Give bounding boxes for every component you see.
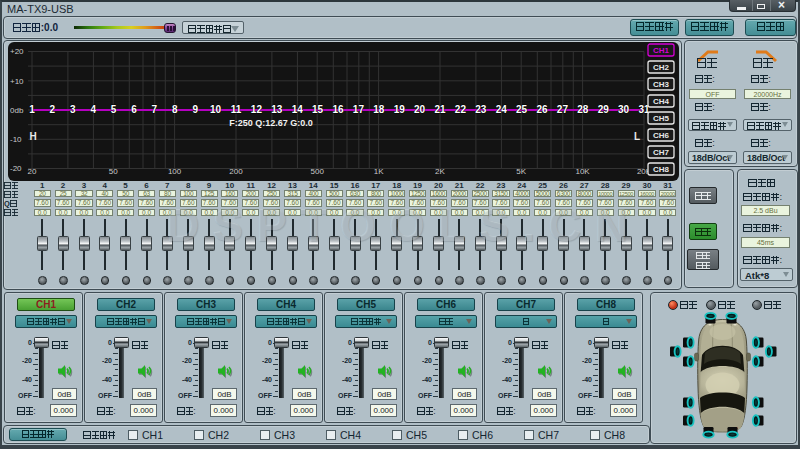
svg-text:9: 9 [192,104,198,115]
svg-text:-20: -20 [10,164,22,173]
svg-text:18: 18 [373,104,385,115]
svg-text:500: 500 [311,167,325,176]
svg-text:28: 28 [577,104,589,115]
svg-text:20: 20 [28,167,37,176]
svg-text:10: 10 [210,104,222,115]
svg-text:22: 22 [455,104,467,115]
svg-text:+10: +10 [10,77,24,86]
svg-text:15: 15 [312,104,324,115]
svg-text:H: H [29,131,36,142]
svg-text:1K: 1K [374,167,384,176]
svg-text:F:250 Q:12.67 G:0.0: F:250 Q:12.67 G:0.0 [229,118,313,128]
svg-text:0db: 0db [10,106,24,115]
svg-text:10K: 10K [575,167,590,176]
svg-text:2: 2 [50,104,56,115]
svg-text:5K: 5K [516,167,526,176]
svg-text:6: 6 [131,104,137,115]
svg-text:20: 20 [414,104,426,115]
svg-text:4: 4 [90,104,96,115]
svg-text:CH6: CH6 [653,131,670,140]
svg-text:CH4: CH4 [653,97,670,106]
svg-text:17: 17 [353,104,365,115]
svg-text:29: 29 [598,104,610,115]
svg-text:27: 27 [557,104,569,115]
svg-text:200: 200 [229,167,243,176]
svg-text:21: 21 [434,104,446,115]
svg-text:13: 13 [271,104,283,115]
svg-text:12: 12 [251,104,263,115]
svg-text:50: 50 [109,167,118,176]
svg-text:L: L [634,131,640,142]
svg-text:26: 26 [536,104,548,115]
svg-text:25: 25 [516,104,528,115]
svg-text:30: 30 [618,104,630,115]
svg-text:16: 16 [332,104,344,115]
svg-text:23: 23 [475,104,487,115]
svg-text:8: 8 [172,104,178,115]
svg-text:14: 14 [292,104,304,115]
svg-text:1: 1 [29,104,35,115]
svg-text:CH5: CH5 [653,114,670,123]
svg-text:CH2: CH2 [653,63,670,72]
svg-text:100: 100 [168,167,182,176]
svg-text:CH3: CH3 [653,80,670,89]
svg-text:7: 7 [152,104,158,115]
svg-text:19: 19 [394,104,406,115]
svg-text:2K: 2K [435,167,445,176]
svg-text:11: 11 [231,104,242,115]
svg-text:5: 5 [111,104,117,115]
svg-text:-10: -10 [10,135,22,144]
svg-text:24: 24 [496,104,508,115]
svg-text:3: 3 [70,104,76,115]
svg-text:CH7: CH7 [653,148,670,157]
svg-text:+20: +20 [10,47,24,56]
svg-text:CH8: CH8 [653,165,670,174]
svg-text:CH1: CH1 [653,46,670,55]
